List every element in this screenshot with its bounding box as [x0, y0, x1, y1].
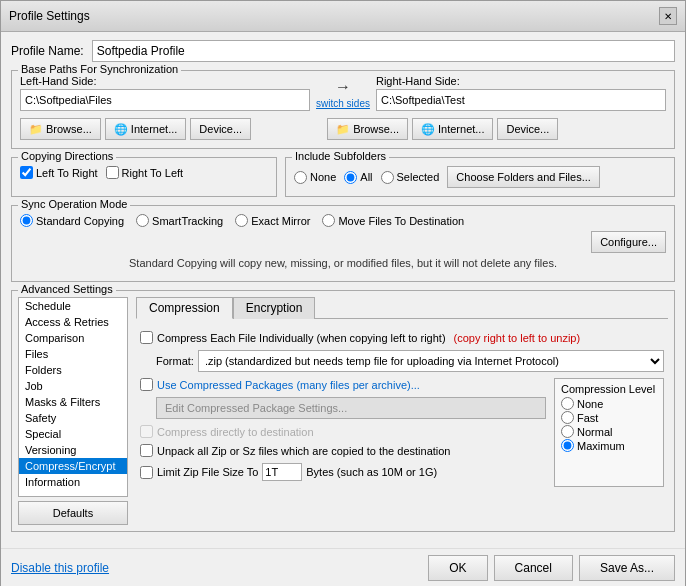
left-path-input[interactable]	[20, 89, 310, 111]
choose-folders-button[interactable]: Choose Folders and Files...	[447, 166, 600, 188]
right-browse-label: Browse...	[353, 123, 399, 135]
ok-button[interactable]: OK	[428, 555, 487, 581]
profile-name-label: Profile Name:	[11, 44, 84, 58]
each-file-label: Compress Each File Individually (when co…	[157, 332, 446, 344]
selected-radio[interactable]	[381, 171, 394, 184]
exact-mirror-label: Exact Mirror	[251, 215, 310, 227]
edit-pkg-label: Edit Compressed Package Settings...	[165, 402, 347, 414]
left-side-label: Left-Hand Side:	[20, 75, 310, 87]
nav-special[interactable]: Special	[19, 426, 127, 442]
main-content: Profile Name: Base Paths For Synchroniza…	[1, 32, 685, 548]
base-paths-title: Base Paths For Synchronization	[18, 63, 181, 75]
right-panel: Compression Encryption Compress Each Fil…	[136, 297, 668, 525]
use-packages-label: Use Compressed Packages (many files per …	[157, 379, 420, 391]
cancel-button[interactable]: Cancel	[494, 555, 573, 581]
right-browse-button[interactable]: 📁 Browse...	[327, 118, 408, 140]
unpack-checkbox[interactable]	[140, 444, 153, 457]
right-side-col: Right-Hand Side:	[376, 75, 666, 111]
profile-name-input[interactable]	[92, 40, 675, 62]
include-subfolders-radios: None All Selected Choose Folders and Fil…	[294, 162, 666, 188]
limit-zip-input[interactable]	[262, 463, 302, 481]
left-to-right-checkbox[interactable]	[20, 166, 33, 179]
comp-level-none-radio[interactable]	[561, 397, 574, 410]
all-label: All	[360, 171, 372, 183]
exact-mirror-radio[interactable]	[235, 214, 248, 227]
none-radio[interactable]	[294, 171, 307, 184]
left-btn-row: 📁 Browse... 🌐 Internet... Device...	[20, 118, 251, 140]
nav-masks-filters[interactable]: Masks & Filters	[19, 394, 127, 410]
exact-mirror-item: Exact Mirror	[235, 214, 310, 227]
comp-level-fast: Fast	[561, 411, 657, 424]
nav-information[interactable]: Information	[19, 474, 127, 490]
comp-level-normal-radio[interactable]	[561, 425, 574, 438]
nav-compress-encrypt[interactable]: Compress/Encrypt	[19, 458, 127, 474]
right-device-button[interactable]: Device...	[497, 118, 558, 140]
switch-sides-link[interactable]: switch sides	[316, 98, 370, 109]
disable-profile-link[interactable]: Disable this profile	[11, 561, 109, 575]
right-path-input[interactable]	[376, 89, 666, 111]
left-device-button[interactable]: Device...	[190, 118, 251, 140]
standard-copying-label: Standard Copying	[36, 215, 124, 227]
each-file-checkbox[interactable]	[140, 331, 153, 344]
tab-compression-label: Compression	[149, 301, 220, 315]
compression-level-panel: Compression Level None Fast	[554, 378, 664, 487]
tab-encryption[interactable]: Encryption	[233, 297, 316, 319]
none-radio-item: None	[294, 171, 336, 184]
right-device-label: Device...	[506, 123, 549, 135]
right-browse-icon: 📁	[336, 123, 350, 136]
standard-copying-radio[interactable]	[20, 214, 33, 227]
advanced-title: Advanced Settings	[18, 283, 116, 295]
right-to-left-label: Right To Left	[122, 167, 184, 179]
nav-schedule[interactable]: Schedule	[19, 298, 127, 314]
sync-mode-title: Sync Operation Mode	[18, 198, 130, 210]
comp-level-maximum-radio[interactable]	[561, 439, 574, 452]
all-radio[interactable]	[344, 171, 357, 184]
browse-icon: 📁	[29, 123, 43, 136]
arrow-right-icon: →	[335, 78, 351, 96]
each-file-row: Compress Each File Individually (when co…	[140, 331, 664, 344]
move-files-radio[interactable]	[322, 214, 335, 227]
selected-radio-item: Selected	[381, 171, 440, 184]
close-button[interactable]: ✕	[659, 7, 677, 25]
nav-files[interactable]: Files	[19, 346, 127, 362]
right-internet-button[interactable]: 🌐 Internet...	[412, 118, 493, 140]
right-to-left-item: Right To Left	[106, 166, 184, 179]
left-browse-label: Browse...	[46, 123, 92, 135]
left-browse-button[interactable]: 📁 Browse...	[20, 118, 101, 140]
nav-comparison[interactable]: Comparison	[19, 330, 127, 346]
save-as-button[interactable]: Save As...	[579, 555, 675, 581]
comp-level-maximum-label: Maximum	[577, 440, 625, 452]
comp-level-fast-radio[interactable]	[561, 411, 574, 424]
smart-tracking-radio[interactable]	[136, 214, 149, 227]
tabs-row: Compression Encryption	[136, 297, 668, 319]
limit-zip-row: Limit Zip File Size To Bytes (such as 10…	[140, 463, 546, 481]
compression-level-title: Compression Level	[561, 383, 657, 395]
left-to-right-label: Left To Right	[36, 167, 98, 179]
limit-zip-checkbox[interactable]	[140, 466, 153, 479]
nav-access-retries[interactable]: Access & Retries	[19, 314, 127, 330]
copying-directions-group: Copying Directions Left To Right Right T…	[11, 157, 277, 197]
comp-level-normal-label: Normal	[577, 426, 612, 438]
right-to-left-checkbox[interactable]	[106, 166, 119, 179]
all-radio-item: All	[344, 171, 372, 184]
compress-direct-label: Compress directly to destination	[157, 426, 314, 438]
nav-job[interactable]: Job	[19, 378, 127, 394]
profile-name-row: Profile Name:	[11, 40, 675, 62]
format-select[interactable]: .zip (standardized but needs temp file f…	[198, 350, 664, 372]
bottom-row: Disable this profile OK Cancel Save As..…	[1, 548, 685, 586]
window-title: Profile Settings	[9, 9, 90, 23]
nav-folders[interactable]: Folders	[19, 362, 127, 378]
use-packages-checkbox[interactable]	[140, 378, 153, 391]
move-files-label: Move Files To Destination	[338, 215, 464, 227]
left-nav-col: Schedule Access & Retries Comparison Fil…	[18, 297, 128, 525]
nav-safety[interactable]: Safety	[19, 410, 127, 426]
tab-compression[interactable]: Compression	[136, 297, 233, 319]
defaults-button[interactable]: Defaults	[18, 501, 128, 525]
comp-level-maximum: Maximum	[561, 439, 657, 452]
compression-panel: Compress Each File Individually (when co…	[136, 327, 668, 491]
nav-versioning[interactable]: Versioning	[19, 442, 127, 458]
format-label: Format:	[156, 355, 194, 367]
left-internet-button[interactable]: 🌐 Internet...	[105, 118, 186, 140]
configure-button[interactable]: Configure...	[591, 231, 666, 253]
copying-directions-radios: Left To Right Right To Left	[20, 162, 268, 179]
